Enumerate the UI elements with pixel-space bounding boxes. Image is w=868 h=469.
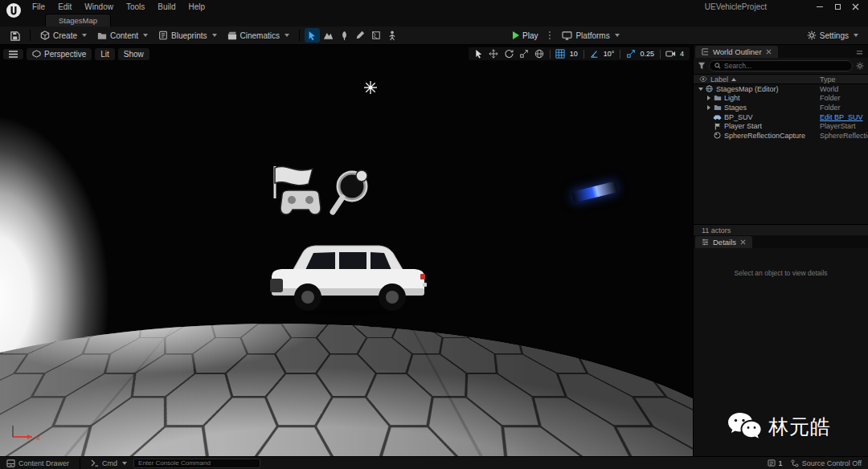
outliner-row-light[interactable]: Light Folder xyxy=(694,94,868,104)
outliner-row-bp-suv[interactable]: BP_SUV Edit BP_SUV xyxy=(694,112,868,122)
outliner-row-player-start[interactable]: Player Start PlayerStart xyxy=(694,121,868,131)
details-title: Details xyxy=(713,238,736,247)
column-label[interactable]: Label xyxy=(710,75,728,84)
console-command-input[interactable] xyxy=(133,459,260,468)
menu-file[interactable]: File xyxy=(26,0,51,13)
filter-icon[interactable] xyxy=(698,62,706,70)
eye-icon[interactable] xyxy=(698,75,707,84)
close-icon[interactable] xyxy=(849,2,862,11)
row-label: Stages xyxy=(724,104,747,112)
outliner-row-sphere-reflection[interactable]: SphereReflectionCapture SphereReflection xyxy=(694,131,868,141)
platforms-monitor-icon xyxy=(562,31,572,40)
column-type[interactable]: Type xyxy=(820,75,868,84)
fracture-mode-icon[interactable] xyxy=(369,28,384,43)
light-sprite[interactable] xyxy=(363,80,378,95)
create-label: Create xyxy=(53,31,77,40)
tab-stagesmap[interactable]: StagesMap xyxy=(45,14,111,27)
maximize-icon[interactable] xyxy=(831,2,844,11)
titlebar: File Edit Window Tools Build Help UEVehi… xyxy=(0,0,868,13)
cinematics-button[interactable]: Cinematics xyxy=(223,30,294,42)
sphere-reflection-sprite[interactable] xyxy=(327,165,374,218)
expand-arrow-icon[interactable] xyxy=(706,105,712,110)
rotate-tool-icon[interactable] xyxy=(502,48,516,59)
play-options-icon[interactable] xyxy=(549,35,551,36)
search-icon xyxy=(714,63,721,69)
world-space-icon[interactable] xyxy=(533,48,547,59)
camera-speed-value[interactable]: 4 xyxy=(679,50,686,58)
scale-snap-value[interactable]: 0.25 xyxy=(639,50,657,58)
cmd-dropdown[interactable]: Cmd xyxy=(91,459,127,467)
blue-vehicle-actor[interactable] xyxy=(571,181,618,202)
sphere-reflection-icon xyxy=(713,132,722,140)
panel-options-icon[interactable] xyxy=(856,49,863,56)
watermark: 林元皓 xyxy=(727,412,831,441)
tab-details[interactable]: Details xyxy=(695,236,752,248)
select-tool-icon[interactable] xyxy=(472,48,485,59)
menu-edit[interactable]: Edit xyxy=(51,0,78,13)
settings-button[interactable]: Settings xyxy=(802,29,863,42)
landscape-mode-icon[interactable] xyxy=(321,28,336,43)
row-label: SphereReflectionCapture xyxy=(724,132,805,140)
world-icon xyxy=(705,85,714,93)
folder-icon xyxy=(713,104,722,112)
minimize-icon[interactable] xyxy=(813,2,826,11)
unreal-editor-window: File Edit Window Tools Build Help UEVehi… xyxy=(0,0,868,469)
outliner-tab-bar: World Outliner xyxy=(694,45,868,58)
viewport-transform-controls: 10 10° 0.25 4 xyxy=(469,47,690,60)
save-button[interactable] xyxy=(5,29,25,43)
lit-dropdown[interactable]: Lit xyxy=(95,48,115,60)
show-label: Show xyxy=(124,50,144,59)
content-button[interactable]: Content xyxy=(92,30,153,42)
animation-mode-icon[interactable] xyxy=(385,28,400,43)
grid-snap-value[interactable]: 10 xyxy=(569,50,580,58)
rotation-snap-icon[interactable] xyxy=(588,48,601,59)
content-drawer-label: Content Drawer xyxy=(18,459,69,467)
show-dropdown[interactable]: Show xyxy=(118,48,149,60)
menu-tools[interactable]: Tools xyxy=(120,0,151,13)
tab-world-outliner[interactable]: World Outliner xyxy=(695,46,778,58)
outliner-search-input[interactable] xyxy=(724,62,847,70)
mesh-paint-mode-icon[interactable] xyxy=(353,28,368,43)
level-tab-bar: StagesMap xyxy=(0,13,868,27)
menu-window[interactable]: Window xyxy=(78,0,120,13)
perspective-dropdown[interactable]: Perspective xyxy=(27,48,92,60)
suv-actor[interactable] xyxy=(257,234,438,319)
expand-arrow-icon[interactable] xyxy=(706,96,712,100)
level-viewport[interactable]: Perspective Lit Show 10 xyxy=(0,45,693,456)
blueprints-label: Blueprints xyxy=(171,31,207,40)
play-button[interactable]: Play xyxy=(508,30,542,42)
cmd-label: Cmd xyxy=(102,459,117,467)
close-icon[interactable] xyxy=(740,239,746,245)
outliner-footer: 11 actors xyxy=(694,224,868,235)
watermark-name: 林元皓 xyxy=(768,414,831,440)
create-button[interactable]: Create xyxy=(35,29,92,42)
outliner-row-stagesmap[interactable]: StagesMap (Editor) World xyxy=(694,84,868,94)
move-tool-icon[interactable] xyxy=(487,48,501,59)
menu-help[interactable]: Help xyxy=(182,0,212,13)
rotation-snap-value[interactable]: 10° xyxy=(603,50,617,58)
status-bar: Content Drawer Cmd 1 Source Control Off xyxy=(0,456,868,469)
menu-build[interactable]: Build xyxy=(151,0,182,13)
scale-snap-icon[interactable] xyxy=(624,48,637,59)
blueprints-button[interactable]: Blueprints xyxy=(154,29,221,42)
foliage-mode-icon[interactable] xyxy=(337,28,352,43)
source-control-icon xyxy=(791,459,799,467)
platforms-button[interactable]: Platforms xyxy=(557,30,624,42)
viewport-options-button[interactable] xyxy=(3,49,23,59)
camera-speed-icon[interactable] xyxy=(664,48,678,59)
content-drawer-icon xyxy=(6,459,15,467)
edit-bp-suv-link[interactable]: Edit BP_SUV xyxy=(820,113,868,121)
player-start-sprite[interactable] xyxy=(261,161,327,224)
source-control-button[interactable]: Source Control Off xyxy=(791,459,862,467)
outliner-settings-gear-icon[interactable] xyxy=(856,62,864,70)
content-drawer-button[interactable]: Content Drawer xyxy=(6,459,69,467)
outliner-search-box[interactable] xyxy=(709,60,853,71)
output-log-button[interactable]: 1 xyxy=(768,459,783,467)
row-type: Folder xyxy=(820,104,868,112)
scale-tool-icon[interactable] xyxy=(518,48,531,59)
expand-arrow-icon[interactable] xyxy=(698,88,704,91)
grid-snap-icon[interactable] xyxy=(554,48,567,59)
outliner-row-stages[interactable]: Stages Folder xyxy=(694,103,868,112)
close-icon[interactable] xyxy=(766,49,772,55)
select-mode-icon[interactable] xyxy=(305,28,320,43)
